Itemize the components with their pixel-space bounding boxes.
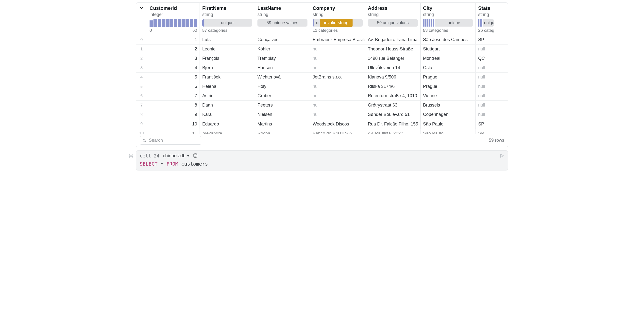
cell-customerid[interactable]: 4 xyxy=(147,63,200,72)
cell-lastname[interactable]: Köhler xyxy=(255,44,310,54)
column-header-city[interactable]: City string unique 53 categories xyxy=(420,3,476,35)
cell-customerid[interactable]: 8 xyxy=(147,101,200,110)
cell-lastname[interactable]: Nielsen xyxy=(255,110,310,119)
cell-company[interactable]: null xyxy=(310,110,365,119)
cell-state[interactable]: null xyxy=(476,63,496,72)
cell-customerid[interactable]: 3 xyxy=(147,54,200,63)
table-row[interactable]: 56HelenaHolýnullRilská 3174/6Praguenull xyxy=(136,82,508,91)
cell-state[interactable]: null xyxy=(476,101,496,110)
cell-state[interactable]: SP xyxy=(476,119,496,129)
sql-editor[interactable]: SELECT * FROM customers xyxy=(136,161,508,170)
cell-customerid[interactable]: 1 xyxy=(147,35,200,44)
cell-lastname[interactable]: Martins xyxy=(255,119,310,129)
cell-firstname[interactable]: François xyxy=(200,54,255,63)
cell-state[interactable]: null xyxy=(476,44,496,54)
cell-state[interactable]: null xyxy=(476,82,496,91)
cell-company[interactable]: null xyxy=(310,44,365,54)
table-row[interactable]: 89KaraNielsennullSønder Boulevard 51Cope… xyxy=(136,110,508,119)
cell-address[interactable]: Sønder Boulevard 51 xyxy=(365,110,420,119)
cell-lastname[interactable]: Rocha xyxy=(255,129,310,134)
column-header-company[interactable]: Company string unique invalid string 11 … xyxy=(310,3,365,35)
table-row[interactable]: 12LeonieKöhlernullTheodor-Heuss-StraßeSt… xyxy=(136,44,508,54)
cell-address[interactable]: 1498 rue Bélanger xyxy=(365,54,420,63)
cell-firstname[interactable]: Astrid xyxy=(200,91,255,100)
cell-firstname[interactable]: Helena xyxy=(200,82,255,91)
cell-address[interactable]: Theodor-Heuss-Straße xyxy=(365,44,420,54)
cell-city[interactable]: São Paulo xyxy=(420,119,476,129)
cell-address[interactable]: Grétrystraat 63 xyxy=(365,101,420,110)
table-row[interactable]: 78DaanPeetersnullGrétrystraat 63Brussels… xyxy=(136,101,508,110)
column-header-state[interactable]: State string unique 26 categories xyxy=(476,3,496,35)
cell-company[interactable]: Woodstock Discos xyxy=(310,119,365,129)
cell-lastname[interactable]: Hansen xyxy=(255,63,310,72)
cell-city[interactable]: Copenhagen xyxy=(420,110,476,119)
table-row[interactable]: 34BjørnHansennullUllevålsveien 14Oslonul… xyxy=(136,63,508,73)
cell-city[interactable]: Stuttgart xyxy=(420,44,476,54)
column-header-address[interactable]: Address string 59 unique values xyxy=(365,3,420,35)
cell-customerid[interactable]: 6 xyxy=(147,82,200,91)
cell-address[interactable]: Av. Brigadeiro Faria Lima xyxy=(365,35,420,44)
cell-firstname[interactable]: Daan xyxy=(200,101,255,110)
cell-company[interactable]: null xyxy=(310,54,365,63)
cell-customerid[interactable]: 10 xyxy=(147,119,200,129)
cell-address[interactable]: Klanova 9/506 xyxy=(365,73,420,82)
database-selector[interactable]: chinook.db xyxy=(163,153,190,158)
cell-address[interactable]: Ullevålsveien 14 xyxy=(365,63,420,72)
cell-company[interactable]: null xyxy=(310,101,365,110)
run-button[interactable] xyxy=(500,153,504,158)
cell-state[interactable]: QC xyxy=(476,54,496,63)
cell-state[interactable]: null xyxy=(476,73,496,82)
cell-address[interactable]: Av. Paulista, 2022 xyxy=(365,129,420,134)
search-input[interactable] xyxy=(140,136,201,145)
cell-city[interactable]: Vienne xyxy=(420,91,476,100)
cell-firstname[interactable]: Eduardo xyxy=(200,119,255,129)
cell-city[interactable]: Prague xyxy=(420,73,476,82)
cell-customerid[interactable]: 5 xyxy=(147,73,200,82)
column-header-lastname[interactable]: LastName string 59 unique values xyxy=(255,3,310,35)
column-header-firstname[interactable]: FirstName string unique 57 categories xyxy=(200,3,255,35)
cell-state[interactable]: SP xyxy=(476,35,496,44)
cell-firstname[interactable]: František xyxy=(200,73,255,82)
cell-company[interactable]: null xyxy=(310,63,365,72)
cell-lastname[interactable]: Tremblay xyxy=(255,54,310,63)
table-row[interactable]: 23FrançoisTremblaynull1498 rue BélangerM… xyxy=(136,54,508,63)
search-field[interactable] xyxy=(148,138,198,143)
cell-state[interactable]: null xyxy=(476,91,496,100)
cell-address[interactable]: Rotenturmstraße 4, 1010 xyxy=(365,91,420,100)
cell-firstname[interactable]: Leonie xyxy=(200,44,255,54)
cell-company[interactable]: null xyxy=(310,82,365,91)
cell-company[interactable]: null xyxy=(310,91,365,100)
cell-customerid[interactable]: 7 xyxy=(147,91,200,100)
cell-customerid[interactable]: 11 xyxy=(147,129,200,134)
cell-lastname[interactable]: Holý xyxy=(255,82,310,91)
cell-customerid[interactable]: 9 xyxy=(147,110,200,119)
cell-firstname[interactable]: Alexandre xyxy=(200,129,255,134)
expand-toggle[interactable] xyxy=(136,3,147,35)
cell-customerid[interactable]: 2 xyxy=(147,44,200,54)
cell-city[interactable]: São José dos Campos xyxy=(420,35,476,44)
cell-lastname[interactable]: Gonçalves xyxy=(255,35,310,44)
cell-city[interactable]: São Paulo xyxy=(420,129,476,134)
cell-city[interactable]: Brussels xyxy=(420,101,476,110)
cell-city[interactable]: Prague xyxy=(420,82,476,91)
cell-address[interactable]: Rilská 3174/6 xyxy=(365,82,420,91)
table-row[interactable]: 67AstridGrubernullRotenturmstraße 4, 101… xyxy=(136,91,508,101)
table-row[interactable]: 910EduardoMartinsWoodstock DiscosRua Dr.… xyxy=(136,119,508,129)
cell-address[interactable]: Rua Dr. Falcão Filho, 155 xyxy=(365,119,420,129)
cell-lastname[interactable]: Wichterlová xyxy=(255,73,310,82)
cell-firstname[interactable]: Luís xyxy=(200,35,255,44)
cell-company[interactable]: Banco do Brasil S.A. xyxy=(310,129,365,134)
cell-city[interactable]: Oslo xyxy=(420,63,476,72)
cell-state[interactable]: SP xyxy=(476,129,496,134)
column-header-customerid[interactable]: CustomerId integer 0 60 xyxy=(147,3,200,35)
cell-firstname[interactable]: Kara xyxy=(200,110,255,119)
cell-lastname[interactable]: Gruber xyxy=(255,91,310,100)
cell-lastname[interactable]: Peeters xyxy=(255,101,310,110)
cell-city[interactable]: Montréal xyxy=(420,54,476,63)
cell-state[interactable]: null xyxy=(476,110,496,119)
cell-company[interactable]: JetBrains s.r.o. xyxy=(310,73,365,82)
cell-company[interactable]: Embraer - Empresa Brasileira xyxy=(310,35,365,44)
table-row[interactable]: 01LuísGonçalvesEmbraer - Empresa Brasile… xyxy=(136,35,508,44)
table-row[interactable]: 45FrantišekWichterlováJetBrains s.r.o.Kl… xyxy=(136,73,508,82)
cell-firstname[interactable]: Bjørn xyxy=(200,63,255,72)
